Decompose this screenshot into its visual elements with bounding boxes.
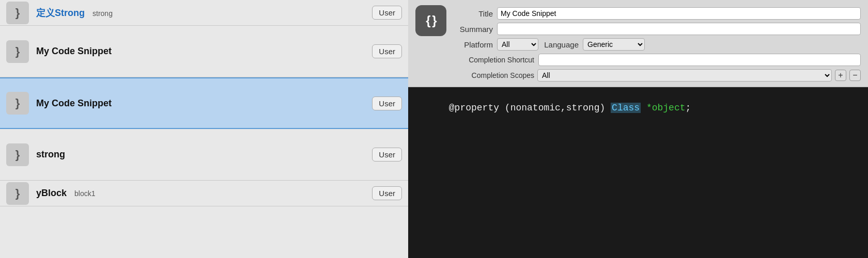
snippet-name: yBlock block1 <box>36 188 372 199</box>
code-pointer: *object <box>641 103 685 113</box>
user-badge: User <box>372 44 402 58</box>
language-label: Language <box>542 40 579 49</box>
snippet-sub: strong <box>92 9 113 18</box>
user-badge: User <box>372 6 402 20</box>
summary-row: Summary <box>452 23 861 35</box>
completion-scopes-label: Completion Scopes <box>452 71 534 79</box>
add-scope-button[interactable]: + <box>835 70 846 81</box>
snippet-item-4[interactable]: } yBlock block1 User <box>0 181 408 206</box>
snippet-item-2[interactable]: } My Code Snippet User <box>0 77 408 129</box>
snippet-item-partial-top[interactable]: } 定义Strong strong User <box>0 0 408 26</box>
snippet-list-panel: } 定义Strong strong User } My Code Snippet… <box>0 0 408 258</box>
snippet-sub: block1 <box>74 189 95 198</box>
platform-select[interactable]: All <box>497 38 538 51</box>
snippet-item-3[interactable]: } strong User <box>0 129 408 181</box>
code-line-1: @property (nonatomic,strong) Class *obje… <box>415 92 861 123</box>
snippet-icon: } <box>6 92 29 115</box>
snippet-item-1[interactable]: } My Code Snippet User <box>0 26 408 77</box>
title-label: Title <box>452 9 493 18</box>
icon-and-fields: { } Title Summary Platform All <box>415 5 861 82</box>
user-badge: User <box>372 96 402 110</box>
snippet-icon: } <box>6 40 29 63</box>
completion-shortcut-row: Completion Shortcut <box>452 54 861 66</box>
language-select[interactable]: Generic <box>583 38 645 51</box>
code-class-token: Class <box>611 103 641 113</box>
user-badge: User <box>372 186 402 200</box>
title-row: Title <box>452 7 861 20</box>
platform-label: Platform <box>452 40 493 49</box>
snippet-name: My Code Snippet <box>36 46 372 57</box>
detail-icon: { } <box>415 5 446 36</box>
snippet-icon: } <box>6 182 29 205</box>
snippet-detail-panel: { } Title Summary Platform All <box>408 0 868 258</box>
summary-label: Summary <box>452 25 493 34</box>
fields-block: Title Summary Platform All Language <box>452 5 861 82</box>
summary-input[interactable] <box>497 23 861 35</box>
code-semicolon: ; <box>686 103 691 113</box>
code-editor[interactable]: @property (nonatomic,strong) Class *obje… <box>408 87 868 258</box>
completion-shortcut-input[interactable] <box>538 54 861 66</box>
remove-scope-button[interactable]: − <box>849 70 861 81</box>
code-property: @property (nonatomic,strong) <box>449 103 611 113</box>
completion-scopes-row: Completion Scopes All + − <box>452 69 861 82</box>
completion-shortcut-label: Completion Shortcut <box>452 56 534 64</box>
snippet-name: strong <box>36 149 372 160</box>
snippet-icon: } <box>6 2 29 24</box>
title-input[interactable] <box>497 7 861 20</box>
snippet-name-text: 定义Strong <box>36 8 85 18</box>
user-badge: User <box>372 148 402 162</box>
snippet-name: My Code Snippet <box>36 98 372 109</box>
completion-scopes-select[interactable]: All <box>537 69 832 82</box>
detail-header: { } Title Summary Platform All <box>408 0 868 87</box>
snippet-icon: } <box>6 143 29 166</box>
snippet-name: 定义Strong strong <box>36 7 372 19</box>
platform-language-row: Platform All Language Generic <box>452 38 861 51</box>
